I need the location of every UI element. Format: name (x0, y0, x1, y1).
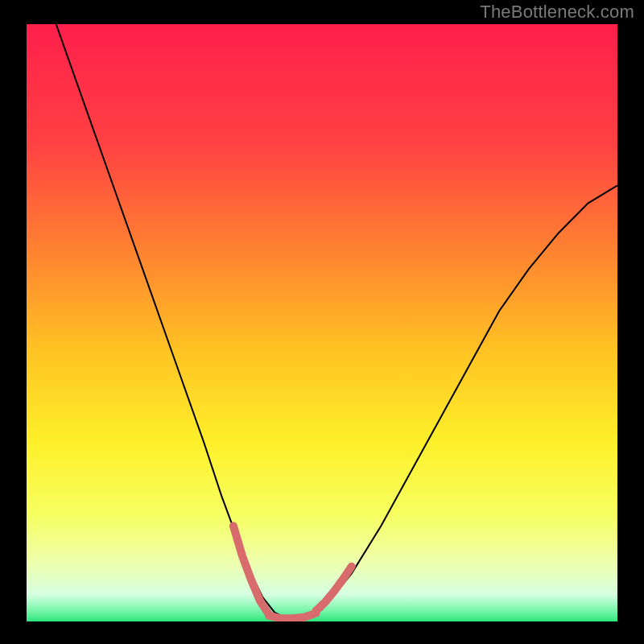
chart-svg (0, 0, 644, 644)
watermark-text: TheBottleneck.com (480, 2, 634, 23)
plot-background-gradient (27, 24, 617, 621)
chart-frame: TheBottleneck.com (0, 0, 644, 644)
